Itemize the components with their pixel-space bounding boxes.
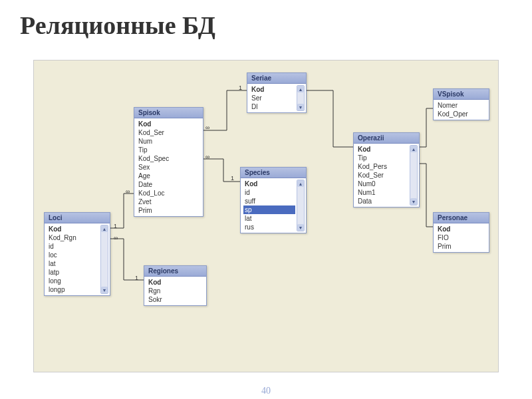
field-row[interactable]: Kod_Loc [137,189,201,198]
table-body: KodKod_Rgnidloclatlatplonglongp▲▼ [45,223,110,295]
field-row[interactable]: long [47,277,99,285]
scrollbar[interactable]: ▲▼ [297,85,305,111]
field-row[interactable]: lat [47,259,99,268]
field-row[interactable]: Rgn [147,287,205,295]
table-body: KodFIOPrim [434,223,489,252]
relation-line [307,90,353,147]
table-body: KodTipKod_PersKod_SerNum0Num1Data▲▼ [354,144,419,207]
field-row[interactable]: Kod_Rgn [47,233,99,242]
table-body: KodRgnSokr [144,277,206,305]
field-row[interactable]: Kod [250,85,295,94]
table-header[interactable]: Species [241,168,306,178]
cardinality-label: 1 [239,84,242,91]
relation-line [203,90,247,130]
field-row[interactable]: id [243,188,295,197]
slide: Реляционные БД 1∞∞1∞1∞1LociKodKod_Rgnidl… [0,0,532,399]
field-row[interactable]: Kod [137,120,201,128]
scroll-up-icon[interactable]: ▲ [101,225,108,232]
table-spisok[interactable]: SpisokKodKod_SerNumTipKod_SpecSexAgeDate… [134,107,203,217]
table-vspisok[interactable]: VSpisokNomerKod_Oper [433,88,489,120]
scroll-down-icon[interactable]: ▼ [297,104,304,110]
table-header[interactable]: Regiones [144,266,206,277]
field-row[interactable]: Kod [47,225,99,233]
field-row[interactable]: id [47,242,99,251]
field-row[interactable]: Kod_Oper [436,110,487,118]
scroll-down-icon[interactable]: ▼ [410,198,417,205]
relation-line [203,159,240,182]
table-header[interactable]: Seriae [247,73,306,84]
diagram-canvas: 1∞∞1∞1∞1LociKodKod_Rgnidloclatlatplonglo… [33,60,499,372]
field-row[interactable]: latp [47,268,99,277]
field-row[interactable]: Nomer [436,101,487,110]
page-number: 40 [261,386,271,396]
table-body: KodKod_SerNumTipKod_SpecSexAgeDateKod_Lo… [134,118,203,216]
table-loci[interactable]: LociKodKod_Rgnidloclatlatplonglongp▲▼ [44,212,110,296]
field-row[interactable]: Tip [137,146,201,154]
table-body: KodSerDl▲▼ [247,84,306,112]
field-row[interactable]: Kod_Pers [356,162,408,171]
scrollbar[interactable]: ▲▼ [100,225,108,294]
scrollbar[interactable]: ▲▼ [297,180,305,231]
field-row[interactable]: Kod [147,278,205,287]
table-header[interactable]: Personae [434,213,489,223]
table-operazii[interactable]: OperaziiKodTipKod_PersKod_SerNum0Num1Dat… [353,132,420,207]
field-row[interactable]: suff [243,197,295,205]
cardinality-label: 1 [114,223,117,229]
cardinality-label: ∞ [126,188,130,195]
field-row[interactable]: Kod [436,225,487,233]
cardinality-label: ∞ [205,154,209,160]
field-row[interactable]: Kod_Ser [356,171,408,180]
field-row[interactable]: rus [243,223,295,231]
table-seriae[interactable]: SeriaeKodSerDl▲▼ [247,72,307,113]
field-row[interactable]: longp [47,285,99,294]
scroll-up-icon[interactable]: ▲ [297,180,304,187]
table-header[interactable]: VSpisok [434,89,489,100]
scroll-up-icon[interactable]: ▲ [410,146,417,152]
table-personae[interactable]: PersonaeKodFIOPrim [433,212,489,253]
table-species[interactable]: SpeciesKodidsuffsplatrus▲▼ [240,167,307,233]
table-header[interactable]: Operazii [354,133,419,144]
scroll-down-icon[interactable]: ▼ [297,224,304,231]
field-row[interactable]: Num0 [356,180,408,188]
table-header[interactable]: Loci [45,213,110,223]
cardinality-label: ∞ [205,124,209,131]
field-row[interactable]: Ser [250,94,295,102]
scroll-down-icon[interactable]: ▼ [101,287,108,293]
cardinality-label: ∞ [114,235,118,241]
field-row[interactable]: FIO [436,233,487,242]
field-row[interactable]: Date [137,180,201,189]
field-row[interactable]: Zvet [137,198,201,206]
field-row[interactable]: loc [47,251,99,259]
field-row[interactable]: Sokr [147,295,205,304]
field-row[interactable]: Age [137,172,201,180]
field-row[interactable]: Kod [243,180,295,188]
field-row[interactable]: Kod_Ser [137,128,201,137]
relation-line [420,108,433,147]
scroll-up-icon[interactable]: ▲ [297,86,304,92]
page-title: Реляционные БД [0,0,532,45]
field-row[interactable]: Data [356,197,408,205]
scrollbar[interactable]: ▲▼ [410,145,418,205]
field-row[interactable]: Tip [356,154,408,162]
table-body: NomerKod_Oper [434,100,489,120]
field-row[interactable]: Num1 [356,188,408,197]
field-row[interactable]: Dl [250,102,295,111]
relation-line [110,239,144,280]
field-row[interactable]: Sex [137,163,201,172]
table-body: Kodidsuffsplatrus▲▼ [241,178,306,233]
field-row[interactable]: lat [243,214,295,223]
field-row[interactable]: sp [243,205,295,214]
field-row[interactable]: Kod [356,145,408,154]
relation-line [420,164,433,227]
table-header[interactable]: Spisok [134,108,203,118]
field-row[interactable]: Num [137,137,201,146]
cardinality-label: 1 [135,275,138,281]
cardinality-label: 1 [231,175,234,182]
field-row[interactable]: Kod_Spec [137,154,201,163]
table-regiones[interactable]: RegionesKodRgnSokr [144,265,207,306]
field-row[interactable]: Prim [137,206,201,215]
field-row[interactable]: Prim [436,242,487,251]
